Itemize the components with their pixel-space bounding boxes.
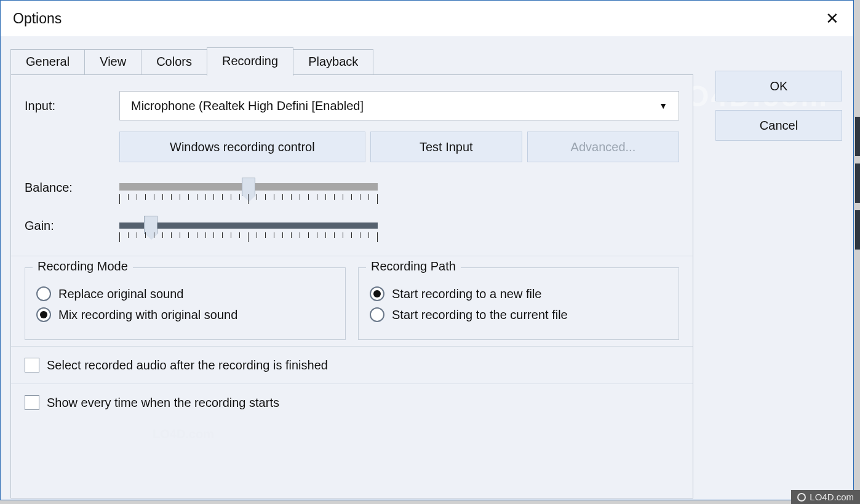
chevron-down-icon: ▼ (659, 101, 667, 111)
badge-icon (797, 493, 806, 502)
titlebar: Options ✕ (1, 1, 853, 36)
ok-button[interactable]: OK (715, 71, 842, 101)
check-select-after[interactable]: Select recorded audio after the recordin… (25, 354, 679, 376)
divider (11, 346, 693, 347)
radio-current[interactable]: Start recording to the current file (370, 307, 667, 322)
recording-mode-group: Recording Mode Replace original sound Mi… (25, 267, 346, 340)
checkbox-show-every[interactable] (25, 395, 39, 410)
recording-path-legend: Recording Path (366, 259, 461, 274)
windows-recording-control-button[interactable]: Windows recording control (119, 132, 365, 162)
tab-view[interactable]: View (84, 49, 141, 75)
balance-label: Balance: (25, 179, 119, 195)
recording-path-group: Recording Path Start recording to a new … (358, 267, 679, 340)
radio-mix[interactable]: Mix recording with original sound (36, 307, 334, 322)
recording-mode-legend: Recording Mode (33, 259, 133, 274)
balance-row: Balance: (25, 179, 679, 207)
radio-newfile[interactable]: Start recording to a new file (370, 286, 667, 301)
tab-recording[interactable]: Recording (207, 47, 293, 76)
dialog-buttons: OK Cancel (715, 71, 842, 141)
tab-recording-content: Input: Microphone (Realtek High Defini [… (10, 74, 693, 498)
input-selected-value: Microphone (Realtek High Defini [Enabled… (131, 99, 364, 113)
tab-playback[interactable]: Playback (293, 49, 373, 75)
divider (11, 256, 693, 256)
client-area: LO4D.com General View Colors Recording P… (1, 36, 853, 500)
window-title: Options (9, 10, 62, 27)
gain-thumb[interactable] (144, 216, 157, 234)
check-show-every-label: Show every time when the recording start… (47, 396, 279, 410)
input-row: Input: Microphone (Realtek High Defini [… (25, 91, 679, 120)
radio-mix-label: Mix recording with original sound (58, 308, 237, 322)
background-strip (855, 117, 860, 257)
close-icon[interactable]: ✕ (820, 6, 845, 31)
tab-general[interactable]: General (10, 49, 85, 75)
input-select[interactable]: Microphone (Realtek High Defini [Enabled… (119, 91, 679, 120)
radio-replace-label: Replace original sound (58, 287, 183, 301)
advanced-button: Advanced... (527, 132, 679, 162)
gain-slider[interactable] (119, 218, 378, 245)
watermark-text-small: LO4D.com (153, 427, 214, 441)
checkbox-select-after[interactable] (25, 358, 39, 372)
radio-replace[interactable]: Replace original sound (36, 286, 334, 301)
divider (11, 384, 693, 384)
cancel-button[interactable]: Cancel (715, 110, 842, 141)
options-dialog: Options ✕ LO4D.com General View Colors R… (0, 0, 854, 500)
groups: Recording Mode Replace original sound Mi… (25, 267, 679, 340)
input-buttons-row: Windows recording control Test Input Adv… (119, 132, 679, 162)
check-select-after-label: Select recorded audio after the recordin… (47, 358, 328, 372)
balance-slider[interactable] (119, 179, 378, 207)
radio-newfile-label: Start recording to a new file (392, 287, 541, 301)
radio-current-label: Start recording to the current file (392, 308, 568, 322)
test-input-button[interactable]: Test Input (370, 132, 522, 162)
balance-thumb[interactable] (242, 178, 255, 196)
input-label: Input: (25, 99, 113, 113)
source-badge: LO4D.com (791, 490, 860, 504)
badge-text: LO4D.com (810, 492, 854, 502)
gain-label: Gain: (25, 218, 119, 233)
tab-colors[interactable]: Colors (141, 49, 207, 75)
check-show-every[interactable]: Show every time when the recording start… (25, 392, 679, 414)
gain-row: Gain: (25, 218, 679, 245)
